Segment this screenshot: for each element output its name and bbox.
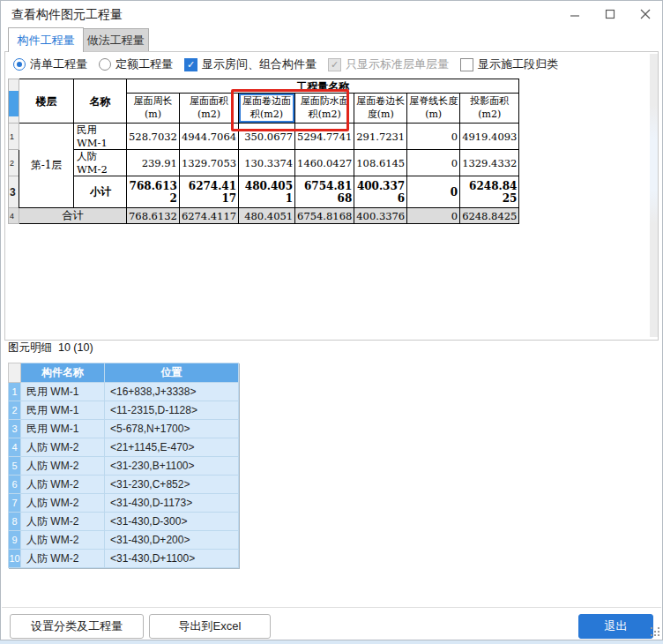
value-cell[interactable]: 1329.7053 <box>179 150 238 176</box>
tab-component-quantity[interactable]: 构件工程量 <box>8 27 84 52</box>
position-cell[interactable]: <31-430,D+1100> <box>105 550 239 568</box>
col-header-roof-area[interactable]: 屋面面积(m2) <box>179 94 238 124</box>
total-label[interactable]: 合计 <box>19 208 127 224</box>
checkbox-construction-section[interactable]: 显示施工段归类 <box>460 56 558 72</box>
position-cell[interactable]: <31-430,D+200> <box>105 531 239 550</box>
value-cell[interactable]: 0 <box>407 124 460 150</box>
detail-col-header-component[interactable]: 构件名称 <box>21 363 105 383</box>
filter-bar: 清单工程量 定额工程量 ✓ 显示房间、组合构件量 ✓ 只显示标准层单层量 显示施… <box>13 55 558 74</box>
export-excel-button[interactable]: 导出到Excel <box>149 614 271 639</box>
value-cell[interactable]: 6274.4117 <box>179 208 238 224</box>
checkbox-checked-icon: ✓ <box>184 58 197 71</box>
list-item[interactable]: 3 民用 WM-1 <5-678,N+1700> <box>9 420 239 438</box>
position-cell[interactable]: <16+838,J+3338> <box>105 383 239 401</box>
value-cell[interactable]: 528.7032 <box>127 124 180 150</box>
value-cell[interactable]: 0 <box>407 150 460 176</box>
component-name-cell[interactable]: 人防 WM-2 <box>21 438 105 457</box>
value-cell[interactable]: 6274.4117 <box>179 176 238 208</box>
resize-grip-icon[interactable] <box>651 627 659 636</box>
component-name-cell[interactable]: 民用 WM-1 <box>21 401 105 420</box>
minimize-button[interactable] <box>563 4 586 24</box>
exit-button[interactable]: 退出 <box>578 614 653 639</box>
col-header-name[interactable]: 名称 <box>74 79 127 124</box>
list-item[interactable]: 7 人防 WM-2 <31-430,D-1173> <box>9 494 239 513</box>
detail-col-header-position[interactable]: 位置 <box>105 363 239 383</box>
position-cell[interactable]: <31-230,C+852> <box>105 476 239 494</box>
value-cell[interactable]: 4944.7064 <box>179 124 238 150</box>
col-header-roof-roll-edge-length[interactable]: 屋面卷边长度(m) <box>354 94 407 124</box>
component-name-cell[interactable]: 人防 WM-2 <box>21 476 105 494</box>
value-cell[interactable]: 6248.8425 <box>460 176 519 208</box>
close-button[interactable] <box>634 4 657 24</box>
name-cell[interactable]: 民用 WM-1 <box>74 124 127 150</box>
value-cell[interactable]: 6754.8168 <box>295 176 354 208</box>
table-row: 1 第-1层 民用 WM-1 528.7032 4944.7064 350.06… <box>9 124 519 150</box>
component-name-cell[interactable]: 人防 WM-2 <box>21 513 105 531</box>
value-cell[interactable]: 480.4051 <box>239 208 295 224</box>
position-cell[interactable]: <31-230,B+1100> <box>105 457 239 476</box>
position-cell[interactable]: <5-678,N+1700> <box>105 420 239 438</box>
value-cell[interactable]: 6754.8168 <box>295 208 354 224</box>
value-cell[interactable]: 768.6132 <box>127 208 180 224</box>
list-item[interactable]: 2 民用 WM-1 <11-2315,D-1128> <box>9 401 239 420</box>
value-cell[interactable]: 5294.7741 <box>295 124 354 150</box>
col-header-roof-waterproof-area[interactable]: 屋面防水面积(m2) <box>295 94 354 124</box>
position-cell[interactable]: <21+1145,E-470> <box>105 438 239 457</box>
component-name-cell[interactable]: 人防 WM-2 <box>21 457 105 476</box>
list-item[interactable]: 6 人防 WM-2 <31-230,C+852> <box>9 476 239 494</box>
set-category-quantity-button[interactable]: 设置分类及工程量 <box>10 614 144 639</box>
position-cell[interactable]: <31-430,D-1173> <box>105 494 239 513</box>
value-cell[interactable]: 400.3376 <box>354 208 407 224</box>
value-cell[interactable]: 130.3374 <box>239 150 295 176</box>
col-header-ridge-line-length[interactable]: 屋脊线长度(m) <box>407 94 460 124</box>
detail-corner-cell <box>9 363 21 383</box>
list-item[interactable]: 9 人防 WM-2 <31-430,D+200> <box>9 531 239 550</box>
row-number: 5 <box>9 457 21 476</box>
value-cell[interactable]: 0 <box>407 208 460 224</box>
component-name-cell[interactable]: 人防 WM-2 <box>21 550 105 568</box>
radio-quota-quantity[interactable]: 定额工程量 <box>99 56 173 72</box>
position-cell[interactable]: <31-430,D-300> <box>105 513 239 531</box>
list-item[interactable]: 8 人防 WM-2 <31-430,D-300> <box>9 513 239 531</box>
maximize-button[interactable] <box>599 4 622 24</box>
tab-label: 构件工程量 <box>18 33 75 49</box>
checkbox-unchecked-icon <box>460 58 473 71</box>
component-name-cell[interactable]: 民用 WM-1 <box>21 383 105 401</box>
col-header-roof-perimeter[interactable]: 屋面周长(m) <box>127 94 180 124</box>
list-item[interactable]: 10 人防 WM-2 <31-430,D+1100> <box>9 550 239 568</box>
value-cell[interactable]: 0 <box>407 176 460 208</box>
col-header-roof-roll-edge-area[interactable]: 屋面卷边面积(m2) <box>239 94 295 124</box>
value-cell[interactable]: 6248.8425 <box>460 208 519 224</box>
list-item[interactable]: 5 人防 WM-2 <31-230,B+1100> <box>9 457 239 476</box>
checkbox-show-room-combined[interactable]: ✓ 显示房间、组合构件量 <box>184 56 317 72</box>
value-cell[interactable]: 1329.4332 <box>460 150 519 176</box>
group-header-quantity-names: 工程量名称 <box>127 79 519 94</box>
component-name-cell[interactable]: 人防 WM-2 <box>21 531 105 550</box>
value-cell[interactable]: 350.0677 <box>239 124 295 150</box>
list-item[interactable]: 4 人防 WM-2 <21+1145,E-470> <box>9 438 239 457</box>
col-header-floor[interactable]: 楼层 <box>19 79 74 124</box>
name-cell[interactable]: 人防 WM-2 <box>74 150 127 176</box>
component-name-cell[interactable]: 民用 WM-1 <box>21 420 105 438</box>
value-cell[interactable]: 108.6145 <box>354 150 407 176</box>
vertical-scrollbar[interactable] <box>650 54 658 337</box>
selection-indicator <box>9 91 19 116</box>
position-cell[interactable]: <11-2315,D-1128> <box>105 401 239 420</box>
value-cell[interactable]: 400.3376 <box>354 176 407 208</box>
tab-method-quantity[interactable]: 做法工程量 <box>82 28 149 52</box>
col-header-projection-area[interactable]: 投影面积(m2) <box>460 94 519 124</box>
table-corner-cell <box>9 79 19 124</box>
radio-list-quantity[interactable]: 清单工程量 <box>13 56 87 72</box>
floor-cell[interactable]: 第-1层 <box>19 124 74 208</box>
value-cell[interactable]: 4919.4093 <box>460 124 519 150</box>
value-cell[interactable]: 768.6132 <box>127 176 180 208</box>
value-cell[interactable]: 291.7231 <box>354 124 407 150</box>
checkbox-label: 显示房间、组合构件量 <box>202 56 317 72</box>
value-cell[interactable]: 239.91 <box>127 150 180 176</box>
value-cell[interactable]: 1460.0427 <box>295 150 354 176</box>
radio-label: 清单工程量 <box>30 56 87 72</box>
list-item[interactable]: 1 民用 WM-1 <16+838,J+3338> <box>9 383 239 401</box>
subtotal-label[interactable]: 小计 <box>74 176 127 208</box>
component-name-cell[interactable]: 人防 WM-2 <box>21 494 105 513</box>
value-cell[interactable]: 480.4051 <box>239 176 295 208</box>
